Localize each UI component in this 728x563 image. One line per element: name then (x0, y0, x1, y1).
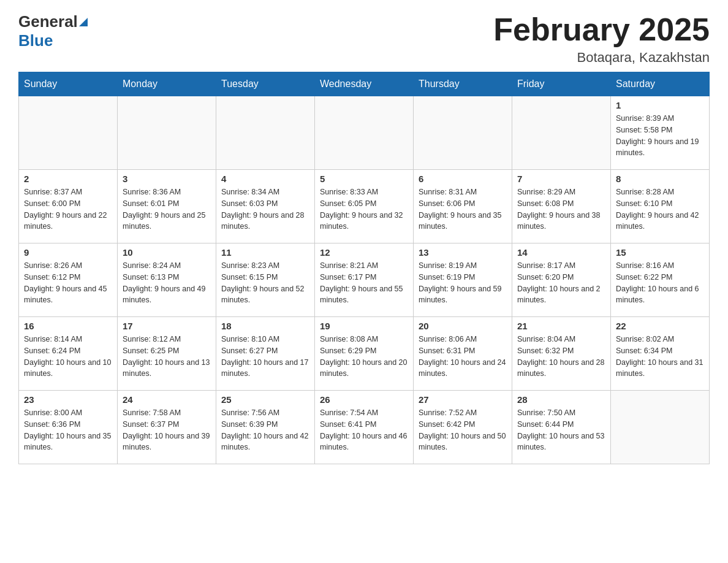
day-number: 2 (24, 174, 112, 184)
day-number: 11 (221, 247, 309, 258)
day-number: 13 (419, 247, 507, 258)
day-info: Sunrise: 7:52 AM Sunset: 6:42 PM Dayligh… (419, 407, 507, 453)
day-info: Sunrise: 8:36 AM Sunset: 6:01 PM Dayligh… (123, 186, 211, 232)
logo: General Blue (18, 12, 89, 50)
weekday-header-wednesday: Wednesday (315, 72, 414, 96)
day-number: 9 (24, 247, 112, 258)
calendar-day-cell: 15Sunrise: 8:16 AM Sunset: 6:22 PM Dayli… (611, 243, 710, 317)
weekday-header-thursday: Thursday (414, 72, 512, 96)
calendar-day-cell: 10Sunrise: 8:24 AM Sunset: 6:13 PM Dayli… (118, 243, 216, 317)
calendar-table: SundayMondayTuesdayWednesdayThursdayFrid… (18, 72, 710, 464)
calendar-day-cell: 3Sunrise: 8:36 AM Sunset: 6:01 PM Daylig… (118, 170, 216, 243)
day-number: 27 (419, 394, 507, 405)
calendar-day-cell: 11Sunrise: 8:23 AM Sunset: 6:15 PM Dayli… (216, 243, 315, 317)
weekday-header-row: SundayMondayTuesdayWednesdayThursdayFrid… (19, 72, 710, 96)
day-info: Sunrise: 8:08 AM Sunset: 6:29 PM Dayligh… (320, 334, 408, 380)
calendar-week-row: 1Sunrise: 8:39 AM Sunset: 5:58 PM Daylig… (19, 96, 710, 170)
calendar-day-cell (414, 96, 512, 170)
calendar-day-cell (19, 96, 118, 170)
day-info: Sunrise: 8:06 AM Sunset: 6:31 PM Dayligh… (419, 334, 507, 380)
weekday-header-sunday: Sunday (19, 72, 118, 96)
calendar-day-cell: 14Sunrise: 8:17 AM Sunset: 6:20 PM Dayli… (512, 243, 611, 317)
calendar-day-cell: 26Sunrise: 7:54 AM Sunset: 6:41 PM Dayli… (315, 391, 414, 464)
logo-blue-text: Blue (18, 31, 53, 50)
day-number: 23 (24, 394, 112, 405)
calendar-week-row: 23Sunrise: 8:00 AM Sunset: 6:36 PM Dayli… (19, 391, 710, 464)
calendar-day-cell: 19Sunrise: 8:08 AM Sunset: 6:29 PM Dayli… (315, 317, 414, 391)
weekday-header-tuesday: Tuesday (216, 72, 315, 96)
day-number: 5 (320, 174, 408, 184)
calendar-day-cell (611, 391, 710, 464)
day-number: 18 (221, 321, 309, 331)
day-number: 6 (419, 174, 507, 184)
day-number: 25 (221, 394, 309, 405)
day-info: Sunrise: 8:33 AM Sunset: 6:05 PM Dayligh… (320, 186, 408, 232)
day-info: Sunrise: 8:19 AM Sunset: 6:19 PM Dayligh… (419, 260, 507, 306)
day-number: 20 (419, 321, 507, 331)
day-number: 28 (517, 394, 605, 405)
day-number: 15 (616, 247, 704, 258)
day-number: 7 (517, 174, 605, 184)
day-number: 19 (320, 321, 408, 331)
day-info: Sunrise: 8:16 AM Sunset: 6:22 PM Dayligh… (616, 260, 704, 306)
calendar-day-cell: 8Sunrise: 8:28 AM Sunset: 6:10 PM Daylig… (611, 170, 710, 243)
day-info: Sunrise: 8:23 AM Sunset: 6:15 PM Dayligh… (221, 260, 309, 306)
day-info: Sunrise: 8:14 AM Sunset: 6:24 PM Dayligh… (24, 334, 112, 380)
month-title: February 2025 (493, 12, 710, 47)
day-info: Sunrise: 8:21 AM Sunset: 6:17 PM Dayligh… (320, 260, 408, 306)
calendar-body: 1Sunrise: 8:39 AM Sunset: 5:58 PM Daylig… (19, 96, 710, 464)
day-number: 4 (221, 174, 309, 184)
day-info: Sunrise: 7:50 AM Sunset: 6:44 PM Dayligh… (517, 407, 605, 453)
day-info: Sunrise: 8:17 AM Sunset: 6:20 PM Dayligh… (517, 260, 605, 306)
day-number: 12 (320, 247, 408, 258)
weekday-header-monday: Monday (118, 72, 216, 96)
day-info: Sunrise: 7:58 AM Sunset: 6:37 PM Dayligh… (123, 407, 211, 453)
calendar-week-row: 2Sunrise: 8:37 AM Sunset: 6:00 PM Daylig… (19, 170, 710, 243)
calendar-header: SundayMondayTuesdayWednesdayThursdayFrid… (19, 72, 710, 96)
page-header: General Blue February 2025 Botaqara, Kaz… (18, 12, 710, 66)
day-number: 26 (320, 394, 408, 405)
day-number: 10 (123, 247, 211, 258)
day-number: 24 (123, 394, 211, 405)
day-number: 14 (517, 247, 605, 258)
day-number: 3 (123, 174, 211, 184)
calendar-day-cell: 16Sunrise: 8:14 AM Sunset: 6:24 PM Dayli… (19, 317, 118, 391)
calendar-day-cell: 13Sunrise: 8:19 AM Sunset: 6:19 PM Dayli… (414, 243, 512, 317)
day-info: Sunrise: 8:00 AM Sunset: 6:36 PM Dayligh… (24, 407, 112, 453)
day-info: Sunrise: 8:02 AM Sunset: 6:34 PM Dayligh… (616, 334, 704, 380)
calendar-day-cell: 28Sunrise: 7:50 AM Sunset: 6:44 PM Dayli… (512, 391, 611, 464)
calendar-week-row: 16Sunrise: 8:14 AM Sunset: 6:24 PM Dayli… (19, 317, 710, 391)
day-info: Sunrise: 8:34 AM Sunset: 6:03 PM Dayligh… (221, 186, 309, 232)
title-block: February 2025 Botaqara, Kazakhstan (493, 12, 710, 66)
calendar-day-cell: 2Sunrise: 8:37 AM Sunset: 6:00 PM Daylig… (19, 170, 118, 243)
calendar-day-cell: 21Sunrise: 8:04 AM Sunset: 6:32 PM Dayli… (512, 317, 611, 391)
logo-triangle-icon (79, 18, 88, 26)
calendar-day-cell: 20Sunrise: 8:06 AM Sunset: 6:31 PM Dayli… (414, 317, 512, 391)
calendar-day-cell: 1Sunrise: 8:39 AM Sunset: 5:58 PM Daylig… (611, 96, 710, 170)
calendar-day-cell (118, 96, 216, 170)
day-number: 1 (616, 100, 704, 110)
calendar-day-cell (512, 96, 611, 170)
calendar-day-cell: 18Sunrise: 8:10 AM Sunset: 6:27 PM Dayli… (216, 317, 315, 391)
day-number: 16 (24, 321, 112, 331)
logo-text: General (18, 12, 89, 31)
logo-blue: Blue (18, 31, 53, 50)
calendar-day-cell: 24Sunrise: 7:58 AM Sunset: 6:37 PM Dayli… (118, 391, 216, 464)
calendar-day-cell: 23Sunrise: 8:00 AM Sunset: 6:36 PM Dayli… (19, 391, 118, 464)
day-info: Sunrise: 8:31 AM Sunset: 6:06 PM Dayligh… (419, 186, 507, 232)
calendar-day-cell: 5Sunrise: 8:33 AM Sunset: 6:05 PM Daylig… (315, 170, 414, 243)
calendar-day-cell (315, 96, 414, 170)
day-number: 21 (517, 321, 605, 331)
day-number: 17 (123, 321, 211, 331)
day-info: Sunrise: 8:10 AM Sunset: 6:27 PM Dayligh… (221, 334, 309, 380)
day-info: Sunrise: 8:39 AM Sunset: 5:58 PM Dayligh… (616, 113, 704, 159)
calendar-day-cell: 6Sunrise: 8:31 AM Sunset: 6:06 PM Daylig… (414, 170, 512, 243)
day-info: Sunrise: 8:12 AM Sunset: 6:25 PM Dayligh… (123, 334, 211, 380)
calendar-day-cell (216, 96, 315, 170)
day-info: Sunrise: 8:26 AM Sunset: 6:12 PM Dayligh… (24, 260, 112, 306)
day-info: Sunrise: 8:04 AM Sunset: 6:32 PM Dayligh… (517, 334, 605, 380)
day-info: Sunrise: 8:24 AM Sunset: 6:13 PM Dayligh… (123, 260, 211, 306)
calendar-day-cell: 9Sunrise: 8:26 AM Sunset: 6:12 PM Daylig… (19, 243, 118, 317)
day-number: 8 (616, 174, 704, 184)
day-info: Sunrise: 8:29 AM Sunset: 6:08 PM Dayligh… (517, 186, 605, 232)
